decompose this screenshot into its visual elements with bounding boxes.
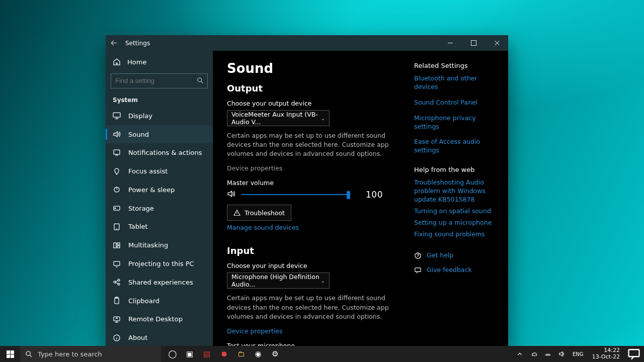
sidebar-item-label: About (128, 334, 147, 341)
close-button[interactable] (485, 35, 508, 51)
taskbar-app-cortana[interactable]: ◯ (164, 346, 181, 362)
sidebar-item-shared-experiences[interactable]: Shared experiences (106, 273, 213, 292)
svg-point-13 (118, 283, 120, 285)
back-button[interactable] (111, 39, 118, 47)
sidebar-item-power-sleep[interactable]: Power & sleep (106, 180, 213, 199)
output-troubleshoot-label: Troubleshoot (245, 209, 285, 217)
input-device-value: Microphone (High Definition Audio... (231, 273, 321, 288)
tray-chevron-up-icon[interactable] (515, 350, 525, 357)
search-input[interactable] (111, 73, 208, 88)
sidebar-item-label: Storage (128, 205, 154, 212)
output-manage-link[interactable]: Manage sound devices (227, 224, 299, 231)
sidebar-home[interactable]: Home (106, 54, 213, 70)
tray-language-icon[interactable]: ENG (571, 351, 585, 357)
sidebar-item-storage[interactable]: Storage (106, 199, 213, 218)
svg-point-5 (115, 208, 116, 209)
tray-network-icon[interactable] (543, 350, 553, 357)
notification-center-button[interactable] (627, 347, 641, 361)
sidebar-item-label: Multitasking (128, 241, 168, 249)
input-device-properties-link[interactable]: Device properties (227, 327, 283, 335)
search-icon (25, 350, 33, 358)
taskbar-app-chrome[interactable]: ◉ (250, 346, 267, 362)
sidebar-item-projecting[interactable]: Projecting to this PC (106, 254, 213, 273)
window-title: Settings (125, 40, 150, 47)
give-feedback-link: Give feedback (427, 266, 472, 275)
tablet-icon (113, 223, 121, 231)
help-link-spatial[interactable]: Turning on spatial sound (414, 207, 502, 216)
projecting-icon (113, 260, 121, 268)
svg-rect-9 (117, 246, 120, 248)
content-area: Sound Output Choose your output device V… (213, 51, 508, 347)
output-device-dropdown[interactable]: VoiceMeeter Aux Input (VB-Audio V... ⌄ (227, 110, 330, 126)
tray-volume-icon[interactable] (557, 350, 567, 357)
taskbar: Type here to search ◯ ▣ ▤ ⏺ 🗀 ◉ ⚙ ENG 14… (0, 346, 644, 362)
svg-point-12 (118, 279, 120, 281)
svg-point-11 (114, 281, 116, 283)
output-heading: Output (227, 83, 400, 94)
svg-rect-8 (117, 243, 120, 245)
sidebar-item-notifications[interactable]: Notifications & actions (106, 143, 213, 162)
output-device-properties-link[interactable]: Device properties (227, 164, 283, 172)
related-link-ease-of-access[interactable]: Ease of Access audio settings (414, 138, 502, 155)
tray-onedrive-icon[interactable] (529, 350, 539, 357)
page-title: Sound (227, 61, 400, 76)
storage-icon (113, 204, 121, 212)
sidebar-item-label: Projecting to this PC (128, 260, 194, 267)
taskbar-app-news[interactable]: ▤ (198, 346, 215, 362)
taskbar-app-explorer[interactable]: 🗀 (232, 346, 250, 362)
related-link-bluetooth[interactable]: Bluetooth and other devices (414, 74, 502, 92)
maximize-button[interactable] (462, 35, 485, 51)
display-icon (113, 112, 121, 120)
get-help-row[interactable]: Get help (414, 251, 502, 260)
help-link-fixing[interactable]: Fixing sound problems (414, 230, 502, 239)
taskbar-clock[interactable]: 14:22 13-Oct-22 (592, 347, 620, 360)
sidebar-item-display[interactable]: Display (106, 107, 213, 125)
svg-rect-22 (629, 349, 639, 356)
give-feedback-row[interactable]: Give feedback (414, 266, 502, 275)
home-icon (113, 58, 121, 66)
master-volume-slider[interactable] (242, 190, 350, 199)
help-link-setup-mic[interactable]: Setting up a microphone (414, 219, 502, 227)
input-device-dropdown[interactable]: Microphone (High Definition Audio... ⌄ (227, 273, 330, 289)
related-link-mic-privacy[interactable]: Microphone privacy settings (414, 114, 502, 131)
start-button[interactable] (0, 346, 20, 362)
sidebar-item-about[interactable]: About (106, 328, 213, 347)
sidebar-home-label: Home (127, 58, 146, 66)
master-volume-value: 100 (366, 190, 383, 200)
svg-rect-7 (114, 243, 116, 248)
sidebar-item-sound[interactable]: Sound (106, 125, 213, 144)
svg-point-0 (198, 78, 202, 82)
power-icon (113, 186, 121, 194)
sidebar: Home System Display Sound Notifications … (106, 51, 213, 347)
feedback-icon (414, 266, 422, 274)
minimize-button[interactable] (439, 35, 462, 51)
svg-point-21 (26, 351, 30, 355)
sidebar-item-label: Notifications & actions (128, 149, 202, 156)
taskbar-app-recorder[interactable]: ⏺ (215, 346, 232, 362)
sidebar-item-multitasking[interactable]: Multitasking (106, 236, 213, 254)
settings-window: Settings Home System (106, 35, 508, 347)
sidebar-item-remote-desktop[interactable]: Remote Desktop (106, 310, 213, 329)
sidebar-item-label: Focus assist (128, 167, 168, 175)
sidebar-item-label: Remote Desktop (128, 315, 183, 323)
chevron-down-icon: ⌄ (321, 116, 325, 121)
sidebar-item-label: Sound (128, 131, 149, 138)
sidebar-item-label: Display (128, 112, 152, 120)
titlebar: Settings (106, 35, 508, 51)
sidebar-item-focus-assist[interactable]: Focus assist (106, 162, 213, 180)
taskbar-search[interactable]: Type here to search (20, 346, 161, 362)
svg-rect-1 (113, 113, 120, 117)
multitasking-icon (113, 241, 121, 249)
taskbar-app-settings[interactable]: ⚙ (267, 346, 284, 362)
help-link-audio-update[interactable]: Troubleshooting Audio problem with Windo… (414, 178, 502, 204)
related-link-sound-control-panel[interactable]: Sound Control Panel (414, 99, 502, 107)
chevron-down-icon: ⌄ (321, 278, 325, 284)
svg-rect-10 (114, 261, 120, 265)
sidebar-item-label: Shared experiences (128, 279, 193, 286)
sidebar-item-label: Tablet (128, 223, 148, 230)
output-troubleshoot-button[interactable]: Troubleshoot (227, 205, 291, 221)
related-settings-heading: Related Settings (414, 62, 502, 69)
sidebar-item-clipboard[interactable]: Clipboard (106, 292, 213, 310)
taskbar-app-taskview[interactable]: ▣ (181, 346, 198, 362)
sidebar-item-tablet[interactable]: Tablet (106, 218, 213, 236)
